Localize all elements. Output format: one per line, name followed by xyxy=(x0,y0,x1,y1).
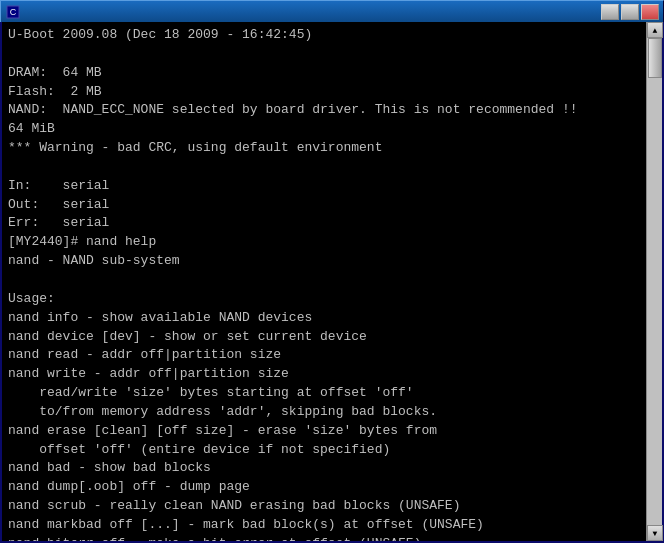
terminal-line: 64 MiB xyxy=(8,121,55,136)
terminal-line: to/from memory address 'addr', skipping … xyxy=(8,404,437,419)
terminal-line: [MY2440]# nand help xyxy=(8,234,156,249)
svg-text:C: C xyxy=(10,7,17,17)
titlebar-icon: C xyxy=(5,4,21,20)
terminal-line: nand write - addr off|partition size xyxy=(8,366,289,381)
titlebar: C xyxy=(0,0,664,22)
terminal-line: Out: serial xyxy=(8,197,109,212)
scrollbar-thumb[interactable] xyxy=(648,38,662,78)
terminal-line: nand dump[.oob] off - dump page xyxy=(8,479,250,494)
terminal-wrapper: U-Boot 2009.08 (Dec 18 2009 - 16:42:45) … xyxy=(0,22,664,543)
terminal-line: nand scrub - really clean NAND erasing b… xyxy=(8,498,460,513)
scrollbar-track[interactable] xyxy=(647,38,662,525)
minimize-button[interactable] xyxy=(601,4,619,20)
titlebar-buttons xyxy=(601,4,659,20)
window: C U-Boot 2009.08 (Dec 18 2009 - 16:42:45… xyxy=(0,0,664,543)
terminal-line: Flash: 2 MB xyxy=(8,84,102,99)
terminal-line: nand device [dev] - show or set current … xyxy=(8,329,367,344)
close-button[interactable] xyxy=(641,4,659,20)
terminal-line: Err: serial xyxy=(8,215,109,230)
maximize-button[interactable] xyxy=(621,4,639,20)
terminal-line: nand bad - show bad blocks xyxy=(8,460,211,475)
terminal-line: nand info - show available NAND devices xyxy=(8,310,312,325)
terminal-line: nand markbad off [...] - mark bad block(… xyxy=(8,517,484,532)
terminal-line: NAND: NAND_ECC_NONE selected by board dr… xyxy=(8,102,578,117)
terminal-content[interactable]: U-Boot 2009.08 (Dec 18 2009 - 16:42:45) … xyxy=(2,22,646,541)
terminal-line: read/write 'size' bytes starting at offs… xyxy=(8,385,414,400)
terminal-line: In: serial xyxy=(8,178,109,193)
terminal-line: nand biterr off - make a bit error at of… xyxy=(8,536,421,541)
terminal-line: offset 'off' (entire device if not speci… xyxy=(8,442,390,457)
terminal-line: DRAM: 64 MB xyxy=(8,65,102,80)
terminal-line: nand erase [clean] [off size] - erase 's… xyxy=(8,423,437,438)
scroll-down-button[interactable]: ▼ xyxy=(647,525,663,541)
scrollbar[interactable]: ▲ ▼ xyxy=(646,22,662,541)
terminal-line: Usage: xyxy=(8,291,55,306)
terminal-line: nand read - addr off|partition size xyxy=(8,347,281,362)
terminal-line: U-Boot 2009.08 (Dec 18 2009 - 16:42:45) xyxy=(8,27,312,42)
terminal-line: nand - NAND sub-system xyxy=(8,253,180,268)
terminal-line: *** Warning - bad CRC, using default env… xyxy=(8,140,382,155)
scroll-up-button[interactable]: ▲ xyxy=(647,22,663,38)
